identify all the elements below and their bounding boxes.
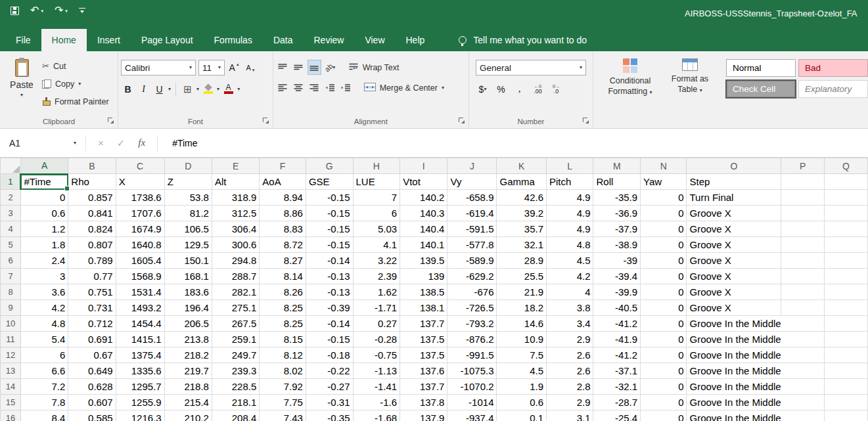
cell-H4[interactable]: 5.03 bbox=[353, 221, 400, 237]
cell-Q4[interactable] bbox=[824, 221, 867, 237]
name-box[interactable]: A1 ▾ bbox=[7, 135, 80, 151]
redo-button[interactable]: ↷▾ bbox=[55, 5, 68, 16]
cell-N3[interactable]: 0 bbox=[641, 206, 687, 221]
cell-N15[interactable]: 0 bbox=[641, 395, 687, 410]
tab-file[interactable]: File bbox=[5, 29, 41, 51]
cell-F6[interactable]: 8.27 bbox=[260, 253, 306, 269]
cell-C3[interactable]: 1707.6 bbox=[116, 206, 164, 221]
cell-O13[interactable]: Groove In the Middle bbox=[687, 363, 781, 379]
increase-decimal-button[interactable]: ←0.00 bbox=[531, 81, 545, 97]
row-header-6[interactable]: 6 bbox=[1, 253, 21, 269]
cell-H5[interactable]: 4.1 bbox=[353, 237, 400, 253]
cell-I9[interactable]: 138.1 bbox=[400, 300, 447, 316]
cell-I2[interactable]: 140.2 bbox=[400, 190, 447, 206]
cell-J1[interactable]: Vy bbox=[447, 174, 497, 190]
cell-E15[interactable]: 218.1 bbox=[212, 395, 259, 410]
wrap-text-button[interactable]: Wrap Text bbox=[348, 60, 400, 75]
cell-P3[interactable] bbox=[781, 206, 825, 221]
cell-B13[interactable]: 0.649 bbox=[68, 363, 116, 379]
percent-style-button[interactable]: % bbox=[494, 81, 508, 97]
cell-A14[interactable]: 7.2 bbox=[20, 379, 68, 395]
tab-view[interactable]: View bbox=[354, 29, 395, 51]
cell-H3[interactable]: 6 bbox=[353, 206, 400, 221]
cell-K14[interactable]: 1.9 bbox=[497, 379, 547, 395]
cell-B9[interactable]: 0.731 bbox=[68, 300, 116, 316]
cell-O6[interactable]: Groove X bbox=[687, 253, 781, 269]
cell-style-normal[interactable]: Normal bbox=[726, 59, 796, 77]
cell-M3[interactable]: -36.9 bbox=[593, 206, 641, 221]
cell-C9[interactable]: 1493.2 bbox=[116, 300, 164, 316]
column-header-C[interactable]: C bbox=[116, 158, 164, 174]
cell-D9[interactable]: 196.4 bbox=[164, 300, 212, 316]
cell-A11[interactable]: 5.4 bbox=[20, 332, 68, 347]
cell-O12[interactable]: Groove In the Middle bbox=[687, 347, 781, 363]
tell-me-box[interactable]: Tell me what you want to do bbox=[459, 29, 587, 51]
cell-E7[interactable]: 288.7 bbox=[212, 269, 259, 284]
cell-N4[interactable]: 0 bbox=[641, 221, 687, 237]
alignment-dialog-launcher[interactable] bbox=[459, 118, 465, 124]
row-header-9[interactable]: 9 bbox=[1, 300, 21, 316]
cell-L14[interactable]: 2.8 bbox=[547, 379, 593, 395]
cell-Q8[interactable] bbox=[824, 284, 867, 300]
cell-O8[interactable]: Groove X bbox=[687, 284, 781, 300]
cell-M4[interactable]: -37.9 bbox=[593, 221, 641, 237]
cell-P10[interactable] bbox=[781, 316, 825, 332]
cell-I4[interactable]: 140.4 bbox=[400, 221, 447, 237]
cell-M12[interactable]: -41.2 bbox=[593, 347, 641, 363]
cell-E13[interactable]: 239.3 bbox=[212, 363, 259, 379]
cell-E6[interactable]: 294.8 bbox=[212, 253, 259, 269]
cell-I11[interactable]: 137.5 bbox=[400, 332, 447, 347]
cell-B7[interactable]: 0.77 bbox=[68, 269, 116, 284]
cell-L2[interactable]: 4.9 bbox=[547, 190, 593, 206]
save-button[interactable] bbox=[11, 7, 19, 15]
cell-Q7[interactable] bbox=[824, 269, 867, 284]
cell-E2[interactable]: 318.9 bbox=[212, 190, 259, 206]
cell-I13[interactable]: 137.6 bbox=[400, 363, 447, 379]
font-color-button[interactable]: A bbox=[221, 81, 235, 97]
cell-A5[interactable]: 1.8 bbox=[20, 237, 68, 253]
row-header-7[interactable]: 7 bbox=[1, 269, 21, 284]
cell-Q14[interactable] bbox=[824, 379, 867, 395]
cell-D7[interactable]: 168.1 bbox=[164, 269, 212, 284]
cell-K7[interactable]: 25.5 bbox=[497, 269, 547, 284]
cell-A7[interactable]: 3 bbox=[20, 269, 68, 284]
cell-L12[interactable]: 2.6 bbox=[547, 347, 593, 363]
column-header-I[interactable]: I bbox=[400, 158, 447, 174]
cell-L3[interactable]: 4.9 bbox=[547, 206, 593, 221]
undo-dropdown-caret[interactable]: ▾ bbox=[41, 9, 43, 13]
clipboard-dialog-launcher[interactable] bbox=[108, 118, 114, 124]
column-header-L[interactable]: L bbox=[547, 158, 593, 174]
cell-D5[interactable]: 129.5 bbox=[164, 237, 212, 253]
cell-D2[interactable]: 53.8 bbox=[164, 190, 212, 206]
cell-G13[interactable]: -0.22 bbox=[306, 363, 353, 379]
row-header-8[interactable]: 8 bbox=[1, 284, 21, 300]
tab-insert[interactable]: Insert bbox=[87, 29, 131, 51]
cell-F11[interactable]: 8.15 bbox=[260, 332, 306, 347]
conditional-formatting-button[interactable]: Conditional Formatting ▾ bbox=[599, 51, 662, 97]
cell-B6[interactable]: 0.789 bbox=[68, 253, 116, 269]
cell-F7[interactable]: 8.14 bbox=[260, 269, 306, 284]
font-name-select[interactable]: Calibri ▾ bbox=[121, 60, 196, 76]
bold-button[interactable]: B bbox=[121, 81, 135, 97]
format-as-table-button[interactable]: Format as Table ▾ bbox=[662, 51, 718, 95]
row-header-14[interactable]: 14 bbox=[1, 379, 21, 395]
cell-G1[interactable]: GSE bbox=[306, 174, 353, 190]
cell-L16[interactable]: 3.1 bbox=[547, 410, 593, 421]
copy-button[interactable]: Copy ▾ bbox=[42, 77, 109, 91]
cell-L9[interactable]: 3.8 bbox=[547, 300, 593, 316]
number-format-select[interactable]: General ▾ bbox=[476, 60, 586, 76]
cell-G11[interactable]: -0.15 bbox=[306, 332, 353, 347]
cell-F12[interactable]: 8.12 bbox=[260, 347, 306, 363]
cell-F10[interactable]: 8.25 bbox=[260, 316, 306, 332]
cell-I15[interactable]: 137.8 bbox=[400, 395, 447, 410]
format-painter-button[interactable]: Format Painter bbox=[42, 95, 109, 108]
cell-L8[interactable]: 4 bbox=[547, 284, 593, 300]
tab-data[interactable]: Data bbox=[263, 29, 304, 51]
cell-Q6[interactable] bbox=[824, 253, 867, 269]
cell-O14[interactable]: Groove In the Middle bbox=[687, 379, 781, 395]
cell-G10[interactable]: -0.14 bbox=[306, 316, 353, 332]
cell-O16[interactable]: Groove In the Middle bbox=[687, 410, 781, 421]
cell-C13[interactable]: 1335.6 bbox=[116, 363, 164, 379]
cell-B3[interactable]: 0.841 bbox=[68, 206, 116, 221]
cell-D12[interactable]: 218.2 bbox=[164, 347, 212, 363]
